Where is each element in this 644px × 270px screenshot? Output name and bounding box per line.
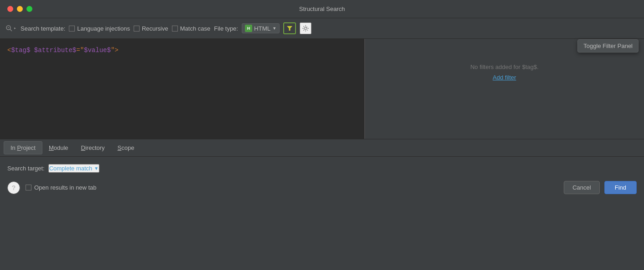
match-case-label: Match case [180, 25, 210, 32]
bottom-section: Search target: Complete match ▼ ? Open r… [0, 157, 644, 200]
file-type-label: File type: [214, 25, 238, 32]
complete-match-button[interactable]: Complete match ▼ [48, 164, 100, 173]
recursive-label: Recursive [142, 25, 168, 32]
toggle-filter-button[interactable] [283, 22, 296, 34]
cancel-button[interactable]: Cancel [564, 181, 599, 194]
code-tag-var: $tag$ [11, 47, 30, 54]
tooltip-text: Toggle Filter Panel [583, 42, 633, 49]
search-template-label: Search template: [21, 25, 65, 32]
html-icon: H [245, 25, 252, 32]
settings-button[interactable] [300, 22, 312, 34]
recursive-checkbox[interactable]: Recursive [134, 25, 168, 32]
main-content: <$tag$ $attribute$="$value$"> No filters… [0, 39, 644, 139]
code-eq: = [76, 47, 80, 54]
language-injections-label: Language injections [77, 25, 130, 32]
filter-panel: No filters added for $tag$. Add filter — [365, 39, 644, 139]
svg-marker-4 [287, 26, 292, 31]
maximize-button[interactable] [26, 6, 32, 12]
close-button[interactable] [7, 6, 13, 12]
match-case-checkbox[interactable]: Match case [172, 25, 210, 32]
file-type-button[interactable]: H HTML ▼ [242, 23, 280, 33]
recursive-box[interactable] [134, 26, 140, 32]
tab-module[interactable]: Module [42, 142, 75, 154]
traffic-lights [7, 6, 32, 12]
search-target-label: Search target: [7, 165, 45, 172]
window-title: Structural Search [299, 5, 345, 12]
find-button[interactable]: Find [604, 181, 637, 194]
file-type-value: HTML [254, 25, 270, 32]
code-value-var: $value$ [84, 47, 111, 54]
code-editor[interactable]: <$tag$ $attribute$="$value$"> [0, 39, 365, 139]
svg-marker-3 [14, 27, 16, 29]
tab-directory[interactable]: Directory [75, 142, 111, 154]
language-injections-checkbox[interactable]: Language injections [69, 25, 130, 32]
toolbar: Search template: Language injections Rec… [0, 18, 644, 39]
code-line-1: <$tag$ $attribute$="$value$"> [7, 45, 357, 55]
code-attr-var: $attribute$ [34, 47, 76, 54]
no-filters-text: No filters added for $tag$. [470, 64, 539, 70]
open-results-box[interactable] [26, 185, 31, 191]
search-target-row: Search target: Complete match ▼ [7, 164, 637, 173]
search-icon [5, 25, 17, 32]
help-button[interactable]: ? [7, 181, 20, 194]
svg-line-1 [10, 29, 12, 31]
tab-scope[interactable]: Scope [111, 142, 141, 154]
tab-in-project[interactable]: In Project [4, 141, 42, 154]
title-bar: Structural Search [0, 0, 644, 18]
complete-match-chevron-icon: ▼ [94, 166, 99, 171]
complete-match-value: Complete match [49, 165, 93, 172]
toggle-filter-tooltip: Toggle Filter Panel [577, 39, 639, 53]
scope-tabs: In Project Module Directory Scope [0, 139, 644, 157]
add-filter-link[interactable]: Add filter [493, 74, 516, 81]
minimize-button[interactable] [17, 6, 23, 12]
footer-left: ? Open results in new tab [7, 181, 97, 194]
language-injections-box[interactable] [69, 26, 75, 32]
code-quote1: " [80, 47, 84, 54]
file-type-chevron-icon: ▼ [272, 26, 276, 31]
footer-row: ? Open results in new tab Cancel Find [7, 181, 637, 194]
match-case-box[interactable] [172, 26, 178, 32]
open-results-label: Open results in new tab [34, 184, 97, 191]
open-results-checkbox[interactable]: Open results in new tab [26, 184, 97, 191]
code-space [30, 47, 34, 54]
footer-right: Cancel Find [564, 181, 637, 194]
code-gt: > [114, 47, 118, 54]
